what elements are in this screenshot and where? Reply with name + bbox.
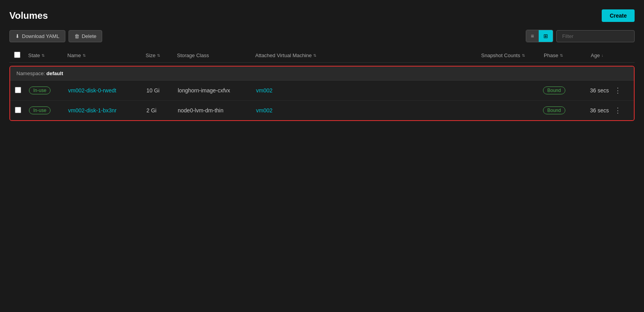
row-1-size: 10 Gi: [146, 87, 178, 94]
phase-badge-bound: Bound: [543, 87, 565, 94]
create-button[interactable]: Create: [602, 9, 635, 22]
col-header-state[interactable]: State ⇅: [28, 52, 67, 58]
namespace-group-header: Namespace: default: [10, 67, 634, 81]
col-header-age[interactable]: Age ↓: [591, 52, 614, 58]
download-icon: ⬇: [15, 33, 20, 39]
row-1-more-button[interactable]: ⋮: [613, 85, 622, 96]
list-icon: ≡: [531, 33, 534, 39]
delete-button[interactable]: 🗑 Delete: [69, 30, 103, 42]
sort-icon-snapshot-counts: ⇅: [522, 53, 525, 58]
row-2-age: 36 secs: [590, 107, 613, 114]
sort-icon-name: ⇅: [83, 53, 86, 58]
row-1-phase: Bound: [543, 87, 590, 94]
sort-icon-phase: ⇅: [560, 53, 563, 58]
page-title: Volumes: [9, 10, 48, 21]
row-checkbox-col: [15, 107, 29, 114]
status-badge-in-use: In-use: [29, 106, 51, 114]
sort-icon-attached-vm: ⇅: [313, 53, 316, 58]
col-header-name[interactable]: Name ⇅: [67, 52, 146, 58]
row-1-checkbox[interactable]: [15, 87, 21, 93]
download-yaml-button[interactable]: ⬇ Download YAML: [9, 30, 65, 42]
page-header: Volumes Create: [9, 9, 635, 22]
row-2-storage-class: node0-lvm-dm-thin: [178, 107, 256, 114]
grid-view-button[interactable]: ⊞: [539, 30, 553, 42]
status-badge-in-use: In-use: [29, 87, 51, 94]
col-header-size[interactable]: Size ⇅: [146, 52, 177, 58]
grid-icon: ⊞: [543, 33, 548, 39]
filter-input[interactable]: [556, 30, 635, 42]
row-2-size: 2 Gi: [146, 107, 178, 114]
table-row: In-use vm002-disk-0-rwedt 10 Gi longhorn…: [10, 81, 634, 101]
row-2-checkbox[interactable]: [15, 107, 21, 113]
row-checkbox-col: [15, 87, 29, 94]
row-2-vm-link[interactable]: vm002: [256, 107, 272, 114]
select-all-checkbox[interactable]: [14, 52, 20, 58]
list-view-button[interactable]: ≡: [526, 30, 539, 42]
phase-badge-bound: Bound: [543, 106, 565, 114]
toolbar: ⬇ Download YAML 🗑 Delete ≡ ⊞: [9, 30, 635, 42]
row-1-vm-link[interactable]: vm002: [256, 87, 272, 94]
row-2-attached-vm: vm002: [256, 107, 480, 114]
row-1-name: vm002-disk-0-rwedt: [68, 87, 146, 94]
row-2-phase: Bound: [543, 106, 590, 114]
col-header-attached-vm[interactable]: Attached Virtual Machine ⇅: [255, 52, 481, 58]
namespace-group-default: Namespace: default In-use vm002-disk-0-r…: [9, 66, 635, 121]
row-1-name-link[interactable]: vm002-disk-0-rwedt: [68, 87, 116, 94]
trash-icon: 🗑: [74, 33, 79, 39]
row-2-name: vm002-disk-1-bx3nr: [68, 107, 146, 114]
row-1-attached-vm: vm002: [256, 87, 480, 94]
row-1-age: 36 secs: [590, 87, 613, 94]
select-all-checkbox-col: [14, 52, 28, 59]
table-row: In-use vm002-disk-1-bx3nr 2 Gi node0-lvm…: [10, 101, 634, 120]
row-1-actions: ⋮: [613, 85, 629, 96]
row-2-state: In-use: [29, 106, 68, 114]
row-2-actions: ⋮: [613, 105, 629, 115]
col-header-phase[interactable]: Phase ⇅: [544, 52, 591, 58]
col-header-storage-class[interactable]: Storage Class: [177, 52, 255, 58]
row-1-state: In-use: [29, 87, 68, 94]
col-header-snapshot-counts[interactable]: Snapshot Counts ⇅: [481, 52, 544, 58]
sort-icon-age: ↓: [601, 53, 603, 58]
view-toggle: ≡ ⊞: [526, 30, 553, 42]
row-2-more-button[interactable]: ⋮: [613, 105, 622, 115]
sort-icon-state: ⇅: [41, 53, 45, 58]
row-2-name-link[interactable]: vm002-disk-1-bx3nr: [68, 107, 117, 114]
row-1-storage-class: longhorn-image-cxfvx: [178, 87, 256, 94]
table-header: State ⇅ Name ⇅ Size ⇅ Storage Class Atta…: [9, 49, 635, 63]
sort-icon-size: ⇅: [157, 53, 160, 58]
